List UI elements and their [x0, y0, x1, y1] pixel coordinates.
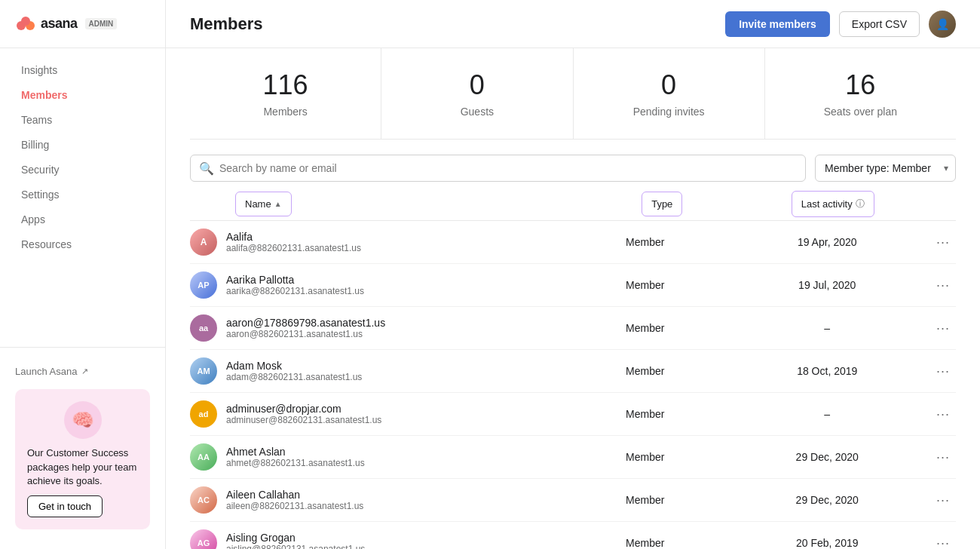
member-avatar-3: AM — [190, 357, 217, 385]
member-type-1: Member — [554, 279, 737, 291]
promo-icon: 🧠 — [64, 401, 102, 439]
logo-admin: ADMIN — [85, 18, 118, 29]
user-avatar[interactable]: 👤 — [929, 11, 956, 38]
member-activity-5: 29 Dec, 2020 — [737, 451, 919, 463]
member-avatar-5: AA — [190, 443, 217, 471]
table-row: AP Aarika Pallotta aarika@882602131.asan… — [190, 264, 956, 307]
more-options-button-2[interactable]: ··· — [930, 317, 956, 339]
member-actions-4: ··· — [918, 403, 956, 425]
sidebar-item-apps[interactable]: Apps — [6, 207, 159, 232]
member-type-filter-wrapper: Member type: Member Member type: Guest M… — [815, 155, 956, 182]
sidebar-item-teams[interactable]: Teams — [6, 108, 159, 132]
member-name-email-2: aaron@178869798.asanatest1.us aaron@8826… — [226, 317, 385, 339]
table-header: Name ▲ Type Last activity ⓘ — [190, 188, 956, 221]
page-title: Members — [190, 14, 263, 34]
svg-point-2 — [21, 17, 30, 26]
member-info-5: AA Ahmet Aslan ahmet@882602131.asanatest… — [190, 443, 554, 471]
member-info-1: AP Aarika Pallotta aarika@882602131.asan… — [190, 271, 554, 299]
logo-text: asana — [41, 16, 78, 32]
promo-card: 🧠 Our Customer Success packages help you… — [15, 389, 150, 529]
member-type-2: Member — [554, 322, 737, 334]
member-type-7: Member — [554, 537, 737, 549]
launch-asana-link[interactable]: Launch Asana ↗ — [15, 360, 150, 383]
more-options-button-4[interactable]: ··· — [930, 403, 956, 425]
more-options-button-5[interactable]: ··· — [930, 446, 956, 468]
col-header-activity: Last activity ⓘ — [748, 191, 919, 217]
export-csv-button[interactable]: Export CSV — [839, 11, 920, 37]
member-name-email-3: Adam Mosk adam@882602131.asanatest1.us — [226, 360, 362, 382]
member-actions-3: ··· — [918, 360, 956, 382]
get-in-touch-button[interactable]: Get in touch — [27, 495, 103, 517]
page-header: Members Invite members Export CSV 👤 — [166, 0, 980, 48]
sidebar-item-insights[interactable]: Insights — [6, 58, 159, 82]
header-actions: Invite members Export CSV 👤 — [725, 11, 956, 38]
member-avatar-4: ad — [190, 400, 217, 428]
info-icon: ⓘ — [856, 198, 865, 210]
invite-members-button[interactable]: Invite members — [725, 11, 830, 37]
more-options-button-1[interactable]: ··· — [930, 274, 956, 296]
table-row: AA Ahmet Aslan ahmet@882602131.asanatest… — [190, 436, 956, 479]
member-name-email-0: Aalifa aalifa@882602131.asanatest1.us — [226, 231, 361, 253]
sidebar-item-resources[interactable]: Resources — [6, 232, 159, 256]
member-actions-1: ··· — [918, 274, 956, 296]
sidebar-item-billing[interactable]: Billing — [6, 133, 159, 157]
member-info-3: AM Adam Mosk adam@882602131.asanatest1.u… — [190, 357, 554, 385]
more-options-button-0[interactable]: ··· — [930, 232, 956, 253]
page-content: 116 Members 0 Guests 0 Pending invites 1… — [166, 48, 980, 549]
member-avatar-2: aa — [190, 314, 217, 342]
member-actions-6: ··· — [918, 489, 956, 511]
sidebar-item-security[interactable]: Security — [6, 158, 159, 182]
members-table: Name ▲ Type Last activity ⓘ — [190, 188, 956, 549]
sidebar-logo: asana ADMIN — [0, 0, 165, 48]
stat-pending-invites: 0 Pending invites — [574, 48, 765, 139]
table-row: AC Aileen Callahan aileen@882602131.asan… — [190, 479, 956, 522]
member-actions-2: ··· — [918, 317, 956, 339]
stat-members-label: Members — [205, 106, 366, 118]
member-name-email-1: Aarika Pallotta aarika@882602131.asanate… — [226, 274, 364, 296]
more-options-button-7[interactable]: ··· — [930, 532, 956, 550]
more-options-button-6[interactable]: ··· — [930, 489, 956, 511]
sidebar-nav: Insights Members Teams Billing Security … — [0, 48, 165, 347]
stat-pending-number: 0 — [589, 69, 749, 101]
member-name-email-6: Aileen Callahan aileen@882602131.asanate… — [226, 489, 363, 511]
sort-asc-icon: ▲ — [274, 200, 282, 208]
col-header-type: Type — [577, 192, 748, 216]
table-row: ad adminuser@dropjar.com adminuser@88260… — [190, 393, 956, 436]
member-actions-7: ··· — [918, 532, 956, 550]
member-type-0: Member — [554, 236, 737, 248]
table-row: aa aaron@178869798.asanatest1.us aaron@8… — [190, 307, 956, 350]
member-avatar-7: AG — [190, 529, 217, 549]
main-content: Members Invite members Export CSV 👤 116 … — [166, 0, 980, 549]
member-activity-1: 19 Jul, 2020 — [737, 279, 919, 291]
sort-activity-button[interactable]: Last activity ⓘ — [792, 191, 874, 217]
member-info-4: ad adminuser@dropjar.com adminuser@88260… — [190, 400, 554, 428]
stats-row: 116 Members 0 Guests 0 Pending invites 1… — [190, 48, 956, 140]
col-header-name: Name ▲ — [190, 192, 577, 216]
member-activity-4: – — [737, 408, 919, 420]
member-actions-5: ··· — [918, 446, 956, 468]
search-input[interactable] — [190, 155, 806, 182]
stat-members: 116 Members — [190, 48, 381, 139]
search-icon: 🔍 — [199, 161, 214, 176]
member-type-filter[interactable]: Member type: Member Member type: Guest M… — [815, 155, 956, 182]
sort-type-button[interactable]: Type — [642, 192, 682, 216]
table-row: AG Aisling Grogan aisling@882602131.asan… — [190, 522, 956, 549]
sidebar: asana ADMIN Insights Members Teams Billi… — [0, 0, 166, 549]
stat-seats-label: Seats over plan — [780, 106, 941, 118]
more-options-button-3[interactable]: ··· — [930, 360, 956, 382]
stat-seats-number: 16 — [780, 69, 941, 101]
member-activity-2: – — [737, 322, 919, 334]
sidebar-item-settings[interactable]: Settings — [6, 182, 159, 207]
member-info-2: aa aaron@178869798.asanatest1.us aaron@8… — [190, 314, 554, 342]
member-activity-6: 29 Dec, 2020 — [737, 494, 919, 506]
member-type-4: Member — [554, 408, 737, 420]
table-row: A Aalifa aalifa@882602131.asanatest1.us … — [190, 221, 956, 264]
sidebar-footer: Launch Asana ↗ 🧠 Our Customer Success pa… — [0, 347, 165, 549]
stat-members-number: 116 — [205, 69, 366, 101]
member-info-6: AC Aileen Callahan aileen@882602131.asan… — [190, 486, 554, 514]
member-info-7: AG Aisling Grogan aisling@882602131.asan… — [190, 529, 554, 549]
sort-name-button[interactable]: Name ▲ — [235, 192, 292, 216]
member-activity-3: 18 Oct, 2019 — [737, 365, 919, 377]
sidebar-item-members[interactable]: Members — [6, 83, 159, 107]
stat-guests-label: Guests — [397, 106, 557, 118]
